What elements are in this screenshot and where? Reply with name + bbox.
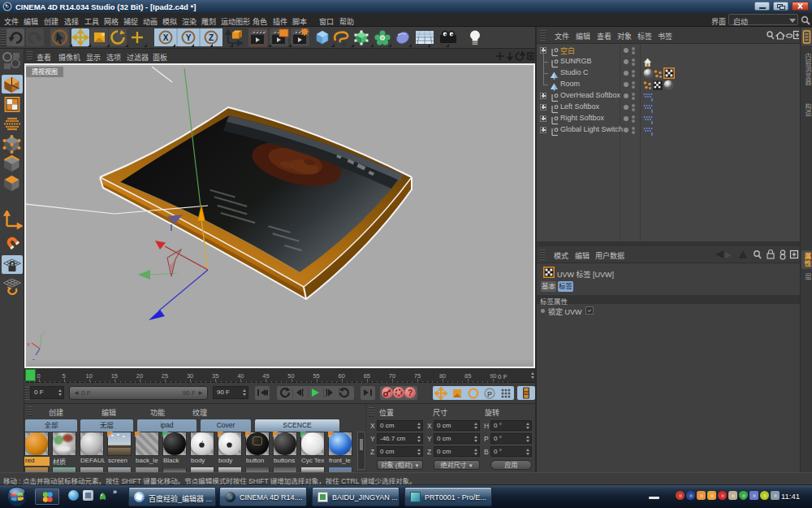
svg-text:Z: Z [209,33,214,42]
svg-text:X: X [163,33,169,42]
svg-text:Y: Y [186,33,192,42]
svg-text:?: ? [408,389,412,397]
svg-text:y: y [42,328,45,335]
svg-text:x: x [27,341,30,348]
svg-text:P: P [487,390,492,398]
